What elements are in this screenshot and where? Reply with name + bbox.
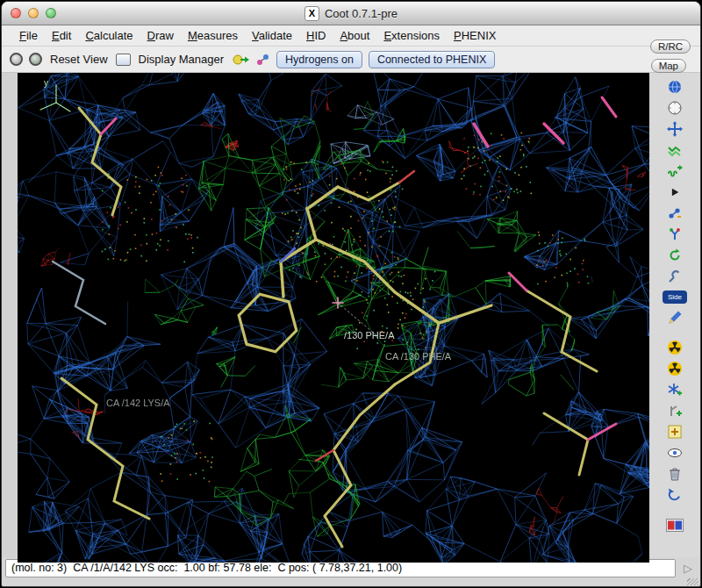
menu-item-draw[interactable]: Draw	[140, 27, 181, 44]
go-to-atom-icon[interactable]	[232, 53, 249, 67]
flag-icon[interactable]	[664, 514, 685, 535]
add-terminal-residue-icon[interactable]	[664, 379, 685, 400]
hydrogens-toggle-button[interactable]: Hydrogens on	[276, 51, 362, 68]
menu-item-about[interactable]: About	[333, 27, 376, 44]
spin-view-icon[interactable]	[10, 53, 23, 66]
display-manager-icon[interactable]	[116, 54, 131, 66]
phenix-status-button[interactable]: Connected to PHENIX	[369, 51, 495, 68]
atom-label: CA /142 LYS/A	[106, 398, 170, 408]
menu-item-edit[interactable]: Edit	[45, 27, 78, 44]
rock-view-icon[interactable]	[29, 53, 42, 66]
sphere-view-icon[interactable]	[664, 76, 685, 97]
torsion-general-icon[interactable]	[664, 266, 685, 287]
gl-viewport: /130 PHE/ACA /130 PHE/ACA /142 LYS/Ay	[18, 73, 649, 563]
rotamers-icon[interactable]	[664, 224, 685, 245]
menu-item-calculate[interactable]: Calculate	[78, 27, 140, 44]
menu-item-phenix[interactable]: PHENIX	[447, 27, 503, 44]
menu-item-extensions[interactable]: Extensions	[376, 27, 447, 44]
menu-item-measures[interactable]: Measures	[181, 27, 245, 44]
close-icon[interactable]	[11, 8, 21, 18]
translate-zone-icon[interactable]	[664, 118, 685, 140]
titlebar: X Coot 0.7.1-pre	[2, 2, 700, 25]
side-chip-label: Side	[668, 293, 682, 301]
regularize-zone-icon[interactable]	[664, 140, 685, 161]
zoom-icon[interactable]	[46, 8, 56, 18]
delete-item-icon[interactable]	[664, 463, 685, 484]
atom-label: y	[44, 78, 48, 88]
pointer-mode-icon[interactable]	[664, 182, 685, 203]
x11-icon: X	[304, 6, 319, 21]
real-space-refine-icon[interactable]	[664, 161, 685, 182]
edit-backbone-icon[interactable]	[664, 307, 685, 328]
menu-item-hid[interactable]: HID	[299, 27, 333, 44]
reset-view-button[interactable]: Reset View	[48, 53, 110, 66]
atom-label: /130 PHE/A	[344, 330, 394, 341]
coot-window: X Coot 0.7.1-pre FileEditCalculateDrawMe…	[1, 1, 701, 587]
add-alt-conf-icon[interactable]	[664, 400, 685, 421]
toolbar: Reset View Display Manager Hydrogens on …	[2, 47, 700, 73]
atom-label: CA /130 PHE/A	[385, 351, 451, 362]
simple-mutate-icon[interactable]	[664, 358, 685, 379]
eye-icon[interactable]	[664, 442, 685, 463]
go-to-ligand-icon[interactable]	[255, 53, 270, 67]
minimize-icon[interactable]	[28, 8, 39, 18]
main-area: /130 PHE/ACA /130 PHE/ACA /142 LYS/Ay Si…	[2, 73, 700, 557]
bottom-strip	[2, 578, 700, 586]
display-manager-button[interactable]: Display Manager	[137, 53, 226, 66]
right-toolbar: Side	[649, 73, 700, 557]
resize-grip-icon[interactable]	[687, 578, 698, 585]
edit-chi-angles-icon[interactable]	[664, 245, 685, 266]
window-title-text: Coot 0.7.1-pre	[325, 7, 398, 20]
auto-fit-rotamer-icon[interactable]	[664, 203, 685, 224]
menu-item-validate[interactable]: Validate	[245, 27, 299, 44]
traffic-lights	[11, 8, 56, 18]
r-rc-button[interactable]: R/RC	[650, 39, 691, 54]
left-gutter	[2, 73, 18, 557]
flip-sidechain-icon[interactable]: Side	[663, 290, 687, 304]
statusbar-expand-button[interactable]: ▷	[679, 560, 697, 577]
undo-icon[interactable]	[664, 484, 685, 506]
place-atom-icon[interactable]	[664, 421, 685, 442]
gl-canvas[interactable]	[18, 73, 649, 563]
recentre-view-icon[interactable]	[664, 97, 685, 118]
menubar: FileEditCalculateDrawMeasuresValidateHID…	[2, 25, 700, 47]
map-button[interactable]: Map	[651, 59, 686, 73]
window-title: X Coot 0.7.1-pre	[304, 6, 398, 21]
mutate-autofit-icon[interactable]	[664, 337, 685, 358]
menu-item-file[interactable]: File	[12, 27, 45, 44]
